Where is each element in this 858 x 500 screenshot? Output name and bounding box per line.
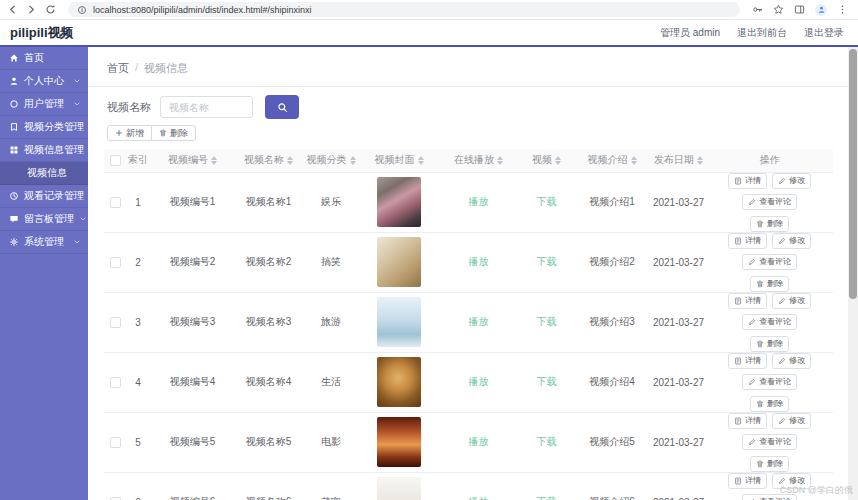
index-cell: 1	[127, 172, 149, 232]
action-label: 查看评论	[759, 258, 791, 266]
download-link[interactable]: 下载	[537, 496, 557, 500]
scrollbar-thumb[interactable]	[849, 49, 857, 299]
sidebar-item[interactable]: 视频分类管理	[0, 116, 88, 139]
row-checkbox[interactable]	[110, 377, 121, 388]
edit-button[interactable]: 修改	[772, 413, 811, 429]
video-name-cell: 视频名称3	[236, 292, 301, 352]
sidebar-item[interactable]: 系统管理	[0, 231, 88, 254]
sidebar-item[interactable]: 用户管理	[0, 93, 88, 116]
sort-caret[interactable]	[631, 156, 637, 165]
edit-button[interactable]: 修改	[772, 353, 811, 369]
profile-avatar[interactable]	[815, 4, 827, 16]
chevron-down-icon	[73, 100, 81, 108]
browser-actions	[752, 4, 851, 16]
breadcrumb-home[interactable]: 首页	[107, 61, 129, 76]
index-cell: 2	[127, 232, 149, 292]
side-panel-icon[interactable]	[794, 4, 805, 15]
sidebar-subitem[interactable]: 视频信息	[0, 162, 88, 185]
detail-button[interactable]: 详情	[728, 353, 767, 369]
play-link[interactable]: 播放	[469, 436, 489, 447]
row-checkbox[interactable]	[110, 257, 121, 268]
edit-button[interactable]: 修改	[772, 173, 811, 189]
edit-button[interactable]: 修改	[772, 233, 811, 249]
trash-icon	[756, 340, 764, 348]
view-comments-button[interactable]: 查看评论	[742, 194, 797, 210]
row-checkbox[interactable]	[110, 437, 121, 448]
view-comments-button[interactable]: 查看评论	[742, 434, 797, 450]
table-row: 3视频编号3视频名称3旅游播放下载视频介绍32021-03-27详情修改查看评论…	[104, 292, 833, 352]
sort-caret[interactable]	[497, 156, 503, 165]
add-button[interactable]: 新增	[107, 125, 152, 141]
sort-caret[interactable]	[555, 156, 561, 165]
key-icon[interactable]	[752, 4, 763, 15]
sort-caret[interactable]	[418, 156, 424, 165]
download-link[interactable]: 下载	[537, 196, 557, 207]
delete-row-button[interactable]: 删除	[750, 216, 789, 232]
sidebar-item[interactable]: 留言板管理	[0, 208, 88, 231]
address-bar[interactable]: localhost:8080/pilipili/admin/dist/index…	[68, 2, 740, 17]
bookmark-star-icon[interactable]	[773, 4, 784, 15]
sort-caret[interactable]	[697, 156, 703, 165]
video-cell: 下载	[520, 232, 573, 292]
view-comments-button[interactable]: 查看评论	[742, 314, 797, 330]
play-link[interactable]: 播放	[469, 256, 489, 267]
delete-row-button[interactable]: 删除	[750, 456, 789, 472]
play-link[interactable]: 播放	[469, 316, 489, 327]
search-button[interactable]	[265, 95, 299, 119]
edit-button[interactable]: 修改	[772, 293, 811, 309]
date-cell: 2021-03-27	[651, 232, 706, 292]
play-link[interactable]: 播放	[469, 196, 489, 207]
delete-row-button[interactable]: 删除	[750, 396, 789, 412]
back-icon[interactable]	[7, 4, 18, 15]
exit-to-front-link[interactable]: 退出到前台	[737, 26, 787, 40]
info-icon[interactable]	[77, 5, 87, 15]
video-intro-cell: 视频介绍2	[573, 232, 651, 292]
play-link[interactable]: 播放	[469, 376, 489, 387]
sidebar-item-label: 视频信息管理	[24, 143, 84, 157]
detail-button[interactable]: 详情	[728, 473, 767, 489]
logout-link[interactable]: 退出登录	[804, 26, 844, 40]
screen: localhost:8080/pilipili/admin/dist/index…	[0, 0, 858, 500]
scrollbar-track[interactable]	[848, 47, 858, 500]
sort-caret[interactable]	[350, 156, 356, 165]
view-comments-button[interactable]: 查看评论	[742, 254, 797, 270]
search-label: 视频名称	[107, 100, 151, 115]
action-label: 详情	[745, 417, 761, 425]
view-comments-button[interactable]: 查看评论	[742, 374, 797, 390]
column-header: 视频介绍	[573, 149, 651, 172]
sidebar-item[interactable]: 视频信息管理	[0, 139, 88, 162]
download-link[interactable]: 下载	[537, 316, 557, 327]
message-icon	[9, 214, 19, 224]
video-name-cell: 视频名称2	[236, 232, 301, 292]
sort-caret[interactable]	[211, 156, 217, 165]
download-link[interactable]: 下载	[537, 376, 557, 387]
delete-button[interactable]: 删除	[151, 125, 196, 141]
video-cell: 下载	[520, 352, 573, 412]
sort-caret[interactable]	[287, 156, 293, 165]
row-checkbox[interactable]	[110, 317, 121, 328]
refresh-icon[interactable]	[45, 4, 56, 15]
row-checkbox[interactable]	[110, 197, 121, 208]
trash-icon	[756, 220, 764, 228]
forward-icon[interactable]	[26, 4, 37, 15]
action-label: 修改	[789, 357, 805, 365]
download-link[interactable]: 下载	[537, 436, 557, 447]
delete-row-button[interactable]: 删除	[750, 336, 789, 352]
browser-menu-icon[interactable]	[837, 4, 848, 15]
sidebar-item-label: 留言板管理	[24, 212, 74, 226]
detail-button[interactable]: 详情	[728, 293, 767, 309]
sidebar-item[interactable]: 观看记录管理	[0, 185, 88, 208]
select-all-cell	[104, 149, 127, 172]
delete-row-button[interactable]: 删除	[750, 276, 789, 292]
sidebar-item[interactable]: 个人中心	[0, 70, 88, 93]
table-header-row: 索引视频编号视频名称视频分类视频封面在线播放视频视频介绍发布日期操作	[104, 149, 833, 172]
video-category-cell: 生活	[301, 352, 361, 412]
detail-button[interactable]: 详情	[728, 413, 767, 429]
play-link[interactable]: 播放	[469, 496, 489, 500]
select-all-checkbox[interactable]	[110, 155, 121, 166]
detail-button[interactable]: 详情	[728, 233, 767, 249]
search-input[interactable]	[160, 96, 253, 118]
detail-button[interactable]: 详情	[728, 173, 767, 189]
download-link[interactable]: 下载	[537, 256, 557, 267]
sidebar-item[interactable]: 首页	[0, 47, 88, 70]
